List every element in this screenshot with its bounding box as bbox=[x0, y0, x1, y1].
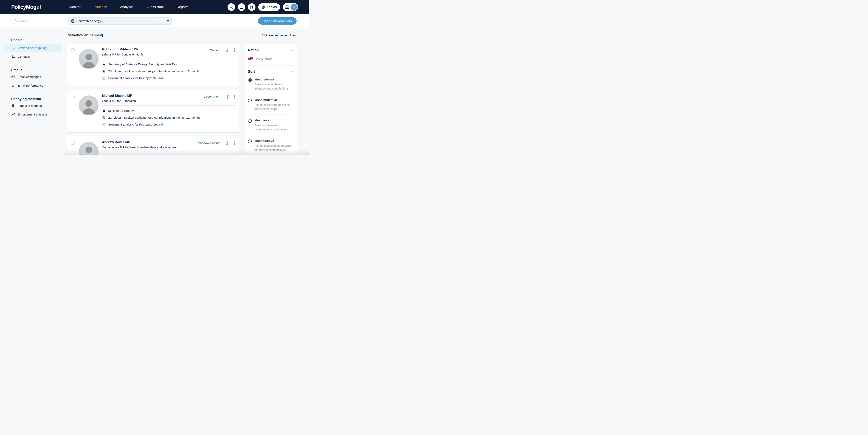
sort-option-most-influential[interactable]: Most influential Based on relevant posit… bbox=[248, 98, 293, 111]
nav-item-analytics[interactable]: Analytics bbox=[120, 5, 133, 9]
chevron-up-icon bbox=[291, 71, 293, 72]
stakeholder-name[interactable]: Andrew Bowie MP bbox=[102, 140, 198, 144]
sort-option-most-positive[interactable]: Most positive Based on sentiment analysi… bbox=[248, 139, 293, 152]
nation-section-header[interactable]: Nation bbox=[248, 48, 293, 52]
stakeholder-subtitle: Labour MP for Doncaster North bbox=[102, 53, 210, 56]
card-divider bbox=[102, 59, 236, 59]
more-options-button[interactable] bbox=[233, 48, 236, 53]
stakeholder-photo bbox=[79, 142, 99, 155]
bookmarks-button[interactable] bbox=[248, 3, 255, 11]
stakeholder-details: Rt Hon. Ed Miliband MP Labour MP for Don… bbox=[102, 47, 236, 82]
star-icon bbox=[102, 109, 106, 112]
sentiment-neutral-icon bbox=[102, 123, 106, 126]
bookmark-add-button[interactable] bbox=[224, 94, 229, 99]
chevron-down-icon bbox=[291, 49, 293, 51]
clear-search-icon[interactable] bbox=[157, 19, 162, 23]
document-edit-icon bbox=[11, 104, 15, 108]
topic-search-input[interactable] bbox=[76, 19, 155, 23]
parliament-icon bbox=[102, 116, 106, 120]
sub-header: Influence See all stakeholders bbox=[0, 14, 309, 28]
sort-section-header[interactable]: Sort bbox=[248, 70, 293, 74]
account-menu-button[interactable]: IR bbox=[283, 3, 298, 11]
nation-value-row[interactable]: Westminster bbox=[248, 57, 293, 60]
calendar-icon bbox=[240, 5, 244, 9]
nation-value: Westminster bbox=[256, 57, 273, 60]
panel-divider bbox=[248, 65, 293, 66]
stakeholder-count: 343 relevant stakeholders bbox=[262, 34, 297, 37]
bookmark-add-button[interactable] bbox=[224, 141, 229, 145]
top-navigation: PolicyMogul Monitor Influence Analytics … bbox=[0, 0, 309, 14]
contacts-icon bbox=[11, 55, 15, 59]
primary-nav: Monitor Influence Analytics AI assistant… bbox=[69, 5, 188, 9]
sidebar-heading-lobbying: Lobbying material bbox=[11, 97, 65, 101]
radio-icon[interactable] bbox=[248, 139, 252, 143]
more-options-button[interactable] bbox=[233, 141, 236, 145]
stakeholder-subtitle: Labour MP for Rutherglen bbox=[102, 99, 204, 102]
sentiment-text: Sentiment analysis for this topic: Neutr… bbox=[108, 123, 163, 126]
topic-search-combo bbox=[68, 17, 172, 25]
menu-icon bbox=[285, 5, 289, 9]
stakeholder-details: Michael Shanks MP Labour MP for Ruthergl… bbox=[102, 93, 236, 129]
stakeholder-subtitle: Conservative MP for West Aberdeenshire a… bbox=[102, 145, 198, 149]
sort-option-label: Most influential bbox=[254, 98, 277, 102]
role-row: Minister for Energy bbox=[102, 109, 236, 112]
stakeholder-photo bbox=[79, 49, 99, 69]
sidebar-item-email-performance[interactable]: Email performance bbox=[3, 82, 62, 90]
page-title: Influence bbox=[11, 19, 27, 23]
radio-icon[interactable] bbox=[248, 99, 252, 102]
nav-item-monitor[interactable]: Monitor bbox=[69, 5, 81, 9]
content-area: People Stakeholder mapping Contacts Emai… bbox=[0, 28, 309, 155]
sidebar-item-label: Stakeholder mapping bbox=[18, 46, 46, 50]
stakeholder-photo bbox=[79, 95, 99, 115]
nav-item-influence[interactable]: Influence bbox=[93, 5, 107, 9]
sidebar-item-lobbying-material[interactable]: Lobbying material bbox=[3, 102, 62, 110]
select-checkbox[interactable] bbox=[71, 48, 74, 52]
stakeholder-card[interactable]: Andrew Bowie MP Conservative MP for West… bbox=[67, 136, 240, 155]
brand-logo[interactable]: PolicyMogul bbox=[11, 4, 41, 10]
stakeholder-card[interactable]: Michael Shanks MP Labour MP for Ruthergl… bbox=[67, 90, 240, 133]
stakeholder-card[interactable]: Rt Hon. Ed Miliband MP Labour MP for Don… bbox=[67, 43, 240, 86]
nav-actions: Topics IR bbox=[227, 3, 298, 11]
bookmark-add-button[interactable] bbox=[224, 48, 229, 53]
position-badge: Government bbox=[204, 95, 220, 98]
topics-button[interactable]: Topics bbox=[258, 3, 280, 11]
role-row: Secretary of State for Energy Security a… bbox=[102, 63, 236, 66]
select-checkbox[interactable] bbox=[71, 141, 74, 145]
nav-item-influence-label: Influence bbox=[93, 5, 107, 9]
nav-item-ai-assistant[interactable]: AI assistant bbox=[147, 5, 164, 9]
radio-selected-icon[interactable] bbox=[248, 78, 252, 82]
topic-search-field[interactable] bbox=[69, 18, 164, 24]
sort-option-label: Most relevant bbox=[254, 78, 274, 81]
trend-icon bbox=[11, 112, 15, 116]
panel-divider bbox=[248, 114, 293, 115]
select-checkbox[interactable] bbox=[71, 95, 74, 98]
sidebar-item-stakeholder-mapping[interactable]: Stakeholder mapping bbox=[3, 44, 62, 52]
sidebar-item-engagement-statistics[interactable]: Engagement statistics bbox=[3, 110, 62, 119]
sort-option-most-relevant[interactable]: Most relevant Based on a combination of … bbox=[248, 78, 293, 91]
contributions-row: 21 relevant spoken parliamentary contrib… bbox=[102, 116, 236, 120]
sidebar-item-email-campaigns[interactable]: Email campaigns bbox=[3, 73, 62, 81]
sort-option-description: Based on revelant parliamentary contribu… bbox=[254, 123, 293, 131]
stakeholder-name[interactable]: Rt Hon. Ed Miliband MP bbox=[102, 47, 210, 51]
sidebar-item-label: Lobbying material bbox=[18, 104, 42, 108]
filters-panel: Nation Westminster Sort Most relevant Ba… bbox=[245, 43, 297, 155]
bookmark-icon bbox=[250, 5, 253, 9]
list-title: Stakeholder mapping bbox=[68, 33, 103, 37]
more-options-button[interactable] bbox=[233, 94, 236, 99]
stakeholder-name[interactable]: Michael Shanks MP bbox=[102, 94, 204, 98]
calendar-button[interactable] bbox=[238, 3, 245, 11]
topic-dropdown-button[interactable] bbox=[164, 18, 172, 24]
sort-option-most-vocal[interactable]: Most vocal Based on revelant parliamenta… bbox=[248, 119, 293, 131]
search-button[interactable] bbox=[227, 3, 235, 11]
contributions-text: 28 relevant spoken parliamentary contrib… bbox=[108, 69, 200, 73]
sidebar-item-contacts[interactable]: Contacts bbox=[3, 53, 62, 61]
nav-item-reports[interactable]: Reports bbox=[177, 5, 189, 9]
sidebar-heading-emails: Emails bbox=[11, 68, 65, 72]
see-all-stakeholders-button[interactable]: See all stakeholders bbox=[258, 17, 297, 25]
uk-flag-icon bbox=[248, 57, 253, 60]
position-badge: Cabinet bbox=[210, 48, 220, 52]
sort-option-label: Most positive bbox=[254, 139, 274, 142]
app-screen: PolicyMogul Monitor Influence Analytics … bbox=[0, 0, 309, 155]
sidebar-item-label: Email campaigns bbox=[18, 75, 41, 79]
radio-icon[interactable] bbox=[248, 119, 252, 123]
